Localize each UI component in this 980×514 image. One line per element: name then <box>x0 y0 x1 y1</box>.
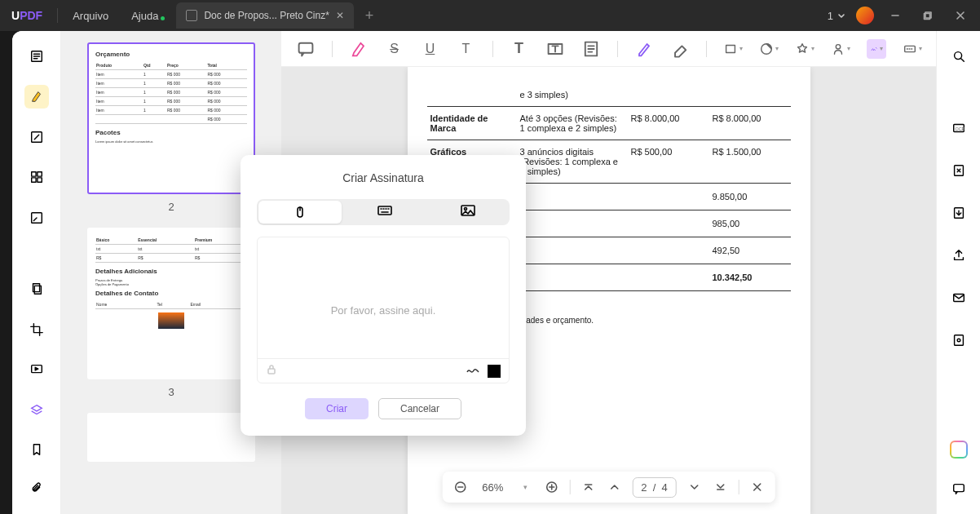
textbox-icon[interactable] <box>545 39 565 59</box>
strikethrough-icon[interactable]: S <box>385 39 404 59</box>
create-signature-modal: Criar Assinatura Por favor, assine aqui.… <box>241 155 526 436</box>
close-window-button[interactable] <box>949 4 972 27</box>
right-toolbar: OCR <box>936 31 980 514</box>
close-tab-icon[interactable]: ✕ <box>336 10 344 21</box>
copy-button[interactable] <box>24 277 49 301</box>
search-icon[interactable] <box>947 44 971 69</box>
svg-point-28 <box>957 339 960 342</box>
eraser-icon[interactable] <box>670 39 690 59</box>
svg-rect-15 <box>726 45 735 52</box>
thumb-label-3: 3 <box>87 386 255 398</box>
color-picker[interactable] <box>488 365 501 378</box>
svg-rect-12 <box>298 42 312 52</box>
note-icon[interactable] <box>581 39 601 59</box>
user-avatar[interactable] <box>856 7 874 24</box>
svg-rect-34 <box>268 369 275 374</box>
slideshow-button[interactable] <box>24 357 49 382</box>
thumb-label-2: 2 <box>87 201 255 213</box>
comment-icon[interactable] <box>296 39 316 59</box>
squiggly-icon[interactable]: T <box>457 39 476 59</box>
left-toolbar <box>12 31 61 514</box>
svg-point-33 <box>465 208 467 210</box>
last-page-button[interactable] <box>713 481 729 493</box>
chat-icon[interactable] <box>947 476 971 501</box>
svg-rect-29 <box>953 485 964 492</box>
zoom-nav-bar: 66% ▾ 2 / 4 <box>442 472 775 503</box>
zoom-in-button[interactable] <box>543 481 559 494</box>
signature-mode-segment <box>257 199 510 225</box>
layers-button[interactable] <box>24 398 49 423</box>
svg-text:OCR: OCR <box>955 126 965 131</box>
add-tab-button[interactable]: + <box>365 7 374 24</box>
zoom-dropdown[interactable]: ▾ <box>517 483 533 491</box>
mouse-mode-button[interactable] <box>258 201 342 224</box>
app-logo: UPDF <box>0 9 54 22</box>
svg-rect-26 <box>953 295 964 302</box>
svg-rect-6 <box>31 178 35 182</box>
svg-rect-4 <box>31 172 35 176</box>
email-icon[interactable] <box>947 286 971 310</box>
document-tab[interactable]: Doc de Propos... Preto Cinz* ✕ <box>176 2 353 29</box>
share-icon[interactable] <box>947 243 971 268</box>
titlebar: UPDF Arquivo Ajuda Doc de Propos... Pret… <box>0 0 980 31</box>
pages-button[interactable] <box>24 166 49 190</box>
thumbnail-page-4[interactable] <box>87 413 255 462</box>
first-page-button[interactable] <box>580 481 596 493</box>
form-button[interactable] <box>24 206 49 230</box>
menu-help[interactable]: Ajuda <box>120 10 170 22</box>
maximize-button[interactable] <box>916 4 939 27</box>
sign-icon[interactable]: ▾ <box>831 39 850 59</box>
ai-icon[interactable] <box>947 437 971 462</box>
bookmark-button[interactable] <box>24 437 49 462</box>
window-count[interactable]: 1 <box>828 10 846 22</box>
svg-rect-27 <box>954 335 963 346</box>
image-mode-button[interactable] <box>426 199 510 222</box>
svg-rect-7 <box>37 178 41 182</box>
signature-icon[interactable]: ▾ <box>867 39 886 59</box>
menu-file[interactable]: Arquivo <box>61 10 120 22</box>
zoom-value: 66% <box>478 481 507 494</box>
flatten-icon[interactable] <box>947 201 971 225</box>
export-icon[interactable] <box>947 328 971 352</box>
pencil-icon[interactable] <box>634 39 654 59</box>
signature-placeholder: Por favor, assine aqui. <box>331 304 436 317</box>
svg-rect-31 <box>378 206 391 215</box>
ocr-icon[interactable]: OCR <box>947 116 971 140</box>
doc-icon <box>186 10 197 21</box>
close-bar-button[interactable] <box>749 482 766 492</box>
sticker-icon[interactable]: ▾ <box>759 39 779 59</box>
next-page-button[interactable] <box>686 481 703 493</box>
lock-icon[interactable] <box>266 364 277 378</box>
minimize-button[interactable] <box>884 4 907 27</box>
keyboard-mode-button[interactable] <box>343 199 426 222</box>
thumbnail-page-2[interactable]: Orçamento ProdutoQtdPreçoTotal Item1R$ 0… <box>87 42 255 194</box>
zoom-out-button[interactable] <box>452 481 468 494</box>
more-tools-icon[interactable]: ▾ <box>903 39 922 59</box>
create-button[interactable]: Criar <box>305 398 369 419</box>
text-icon[interactable]: T <box>510 39 529 59</box>
stamp-icon[interactable]: ▾ <box>795 39 814 59</box>
svg-point-17 <box>836 44 840 48</box>
svg-rect-5 <box>37 172 41 176</box>
crop-button[interactable] <box>24 317 49 342</box>
modal-title: Criar Assinatura <box>257 171 510 184</box>
underline-icon[interactable]: U <box>421 39 440 59</box>
format-toolbar: S U T T ▾ ▾ ▾ ▾ ▾ ▾ <box>281 31 936 67</box>
rectangle-icon[interactable]: ▾ <box>723 39 743 59</box>
reader-mode-button[interactable] <box>24 44 49 69</box>
compress-icon[interactable] <box>947 158 971 183</box>
highlight-button[interactable] <box>24 85 49 109</box>
cancel-button[interactable]: Cancelar <box>378 398 461 419</box>
prev-page-button[interactable] <box>606 481 622 493</box>
signature-canvas[interactable]: Por favor, assine aqui. <box>257 237 510 383</box>
highlighter-icon[interactable] <box>349 39 369 59</box>
page-indicator[interactable]: 2 / 4 <box>632 477 677 498</box>
edit-button[interactable] <box>24 125 49 149</box>
tab-title: Doc de Propos... Preto Cinz* <box>204 10 329 21</box>
attachment-button[interactable] <box>24 476 49 501</box>
stroke-icon[interactable] <box>466 365 479 377</box>
thumbnail-page-3[interactable]: BásicoEssencialPremium txttxttxt R$R$R$ … <box>87 228 255 379</box>
